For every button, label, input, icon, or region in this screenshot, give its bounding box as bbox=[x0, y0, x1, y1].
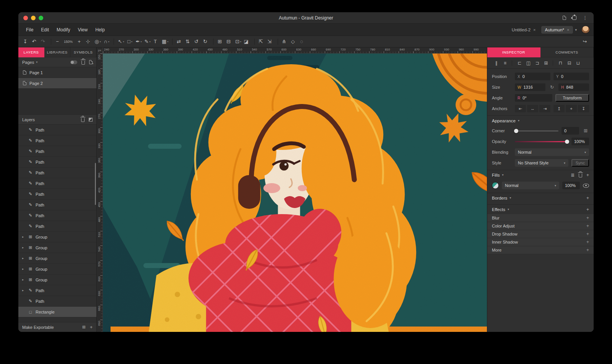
import-button[interactable]: ⇱ ▾ bbox=[257, 37, 266, 46]
add-export-icon[interactable]: + bbox=[90, 325, 93, 330]
layer-row-path-7[interactable]: ▸ ✎ Path bbox=[18, 189, 96, 200]
chevron-down-icon[interactable]: ▾ bbox=[123, 40, 124, 43]
menu-file[interactable]: File bbox=[22, 27, 37, 32]
transform-tool-button[interactable]: ◇ ▾ bbox=[290, 37, 298, 46]
undo-button[interactable]: ↶ ▾ bbox=[31, 37, 39, 46]
mask-button[interactable]: ◪ ▾ bbox=[243, 37, 251, 46]
user-avatar[interactable] bbox=[581, 26, 590, 34]
delete-layer-icon[interactable] bbox=[81, 118, 85, 122]
make-exportable-row[interactable]: Make Exportable ⊞ + bbox=[18, 322, 96, 332]
panel-tab-comments[interactable]: COMMENTS bbox=[540, 47, 594, 57]
add-effect-icon[interactable]: + bbox=[586, 223, 589, 229]
align-top-icon[interactable]: ⊓ bbox=[556, 59, 565, 67]
fill-color-swatch[interactable] bbox=[492, 182, 499, 189]
arrange-button[interactable]: ⊡ ▾ bbox=[234, 37, 243, 46]
marquee-tool-button[interactable]: ◌ ▾ bbox=[298, 37, 307, 46]
knife-tool-button[interactable]: ✎ ▾ bbox=[143, 37, 152, 46]
snap-tool-button[interactable]: ∩ ▾ bbox=[102, 37, 111, 46]
doc-tab-autumun[interactable]: Autumun* × bbox=[541, 26, 573, 34]
expand-layer-icon[interactable]: ▸ bbox=[22, 267, 25, 271]
chevron-down-icon[interactable]: ▾ bbox=[100, 40, 101, 43]
pages-visibility-toggle[interactable] bbox=[70, 60, 77, 64]
layer-row-group-2[interactable]: ▸ ⊞ Group bbox=[18, 242, 96, 253]
layer-row-path-10[interactable]: ▸ ✎ Path bbox=[18, 221, 96, 232]
chevron-down-icon[interactable]: ▾ bbox=[108, 40, 109, 43]
save-button[interactable]: ↧ ▾ bbox=[22, 37, 31, 46]
extensions-icon[interactable] bbox=[572, 16, 576, 20]
zoom-window-button[interactable] bbox=[39, 16, 43, 20]
opacity-slider[interactable] bbox=[515, 141, 568, 142]
more-menu-icon[interactable]: ⋮ bbox=[583, 15, 588, 21]
add-effect-icon[interactable]: + bbox=[586, 207, 589, 212]
flip-vertical-button[interactable]: ⇅ ▾ bbox=[184, 37, 193, 46]
effect-row-inner-shadow[interactable]: Inner Shadow + bbox=[487, 238, 594, 246]
pointer-tool-button[interactable]: ↖ ▾ bbox=[117, 37, 125, 46]
anchor-center-vertical-icon[interactable]: + bbox=[566, 105, 577, 112]
close-tab-icon[interactable]: × bbox=[533, 28, 536, 32]
shared-style-select[interactable]: No Shared Style ▾ bbox=[515, 159, 568, 167]
shape-tool-button[interactable]: □ ▾ bbox=[125, 37, 134, 46]
fill-visibility-eye-icon[interactable] bbox=[583, 183, 589, 188]
layer-row-path-9[interactable]: ▸ ✎ Path bbox=[18, 210, 96, 221]
add-fill-icon[interactable]: + bbox=[586, 172, 589, 178]
effect-row-blur[interactable]: Blur + bbox=[487, 214, 594, 222]
group-button[interactable]: ⊞ ▾ bbox=[216, 37, 225, 46]
width-field[interactable]: W 1316 bbox=[515, 83, 545, 91]
flip-horizontal-button[interactable]: ⇄ ▾ bbox=[175, 37, 184, 46]
panel-tab-symbols[interactable]: SYMBOLS bbox=[70, 47, 96, 57]
pen-tool-button[interactable]: ✒ ▾ bbox=[134, 37, 143, 46]
close-tab-icon[interactable]: × bbox=[567, 28, 569, 32]
expand-layer-icon[interactable]: ▸ bbox=[22, 289, 25, 292]
page-row-2[interactable]: Page 2 bbox=[18, 78, 96, 89]
export-button[interactable]: ⇲ ▾ bbox=[266, 37, 275, 46]
canvas-viewport[interactable] bbox=[103, 54, 487, 332]
new-document-icon[interactable] bbox=[563, 16, 566, 20]
appearance-header[interactable]: Appearance ▾ bbox=[487, 115, 594, 125]
add-border-icon[interactable]: + bbox=[586, 195, 589, 201]
layer-row-group-5[interactable]: ▸ ⊞ Group bbox=[18, 275, 96, 285]
effect-row-drop-shadow[interactable]: Drop Shadow + bbox=[487, 230, 594, 238]
fill-opacity-field[interactable]: 100% bbox=[562, 182, 580, 189]
height-field[interactable]: H 848 bbox=[558, 83, 589, 91]
menu-view[interactable]: View bbox=[74, 27, 91, 32]
menu-help[interactable]: Help bbox=[91, 27, 109, 32]
zoom-level-label[interactable]: 150% ▾ bbox=[63, 37, 76, 46]
tabs-overflow-chevron-icon[interactable]: ▾ bbox=[573, 28, 579, 32]
zoom-in-button[interactable]: + ▾ bbox=[76, 37, 85, 46]
panel-tab-libraries[interactable]: LIBRARIES bbox=[44, 47, 70, 57]
lock-ratio-icon[interactable]: ↻ bbox=[549, 84, 555, 90]
corner-value-field[interactable]: 0 bbox=[562, 127, 579, 135]
chevron-down-icon[interactable]: ▾ bbox=[140, 40, 142, 43]
redo-button[interactable]: ↷ ▾ bbox=[39, 37, 48, 46]
close-window-button[interactable] bbox=[23, 16, 28, 20]
chevron-down-icon[interactable]: ▾ bbox=[36, 60, 37, 64]
zoom-tool-button[interactable]: ◎ ▾ bbox=[93, 37, 102, 46]
fills-header[interactable]: Fills ▾ ≣ + bbox=[487, 170, 594, 180]
layer-row-path-3[interactable]: ▸ ✎ Path bbox=[18, 146, 96, 157]
minimize-window-button[interactable] bbox=[31, 16, 36, 20]
add-effect-icon[interactable]: + bbox=[586, 239, 589, 245]
sync-style-button[interactable]: Sync bbox=[571, 159, 589, 167]
delete-page-icon[interactable] bbox=[81, 61, 85, 65]
chevron-down-icon[interactable]: ▾ bbox=[167, 40, 168, 43]
chevron-down-icon[interactable]: ▾ bbox=[240, 40, 241, 43]
page-row-1[interactable]: Page 1 bbox=[18, 67, 96, 78]
panel-tab-layers[interactable]: LAYERS bbox=[18, 47, 44, 57]
effect-row-more[interactable]: More + bbox=[487, 246, 594, 254]
anchor-left-icon[interactable]: ⇤ bbox=[515, 105, 526, 112]
export-settings-icon[interactable]: ⊞ bbox=[82, 325, 86, 330]
fill-blend-select[interactable]: Normal ▾ bbox=[502, 182, 559, 189]
ungroup-button[interactable]: ⊟ ▾ bbox=[225, 37, 234, 46]
layer-row-path-2[interactable]: ▸ ✎ Path bbox=[18, 135, 96, 146]
align-left-icon[interactable]: ⊏ bbox=[515, 59, 524, 67]
borders-header[interactable]: Borders ▾ + bbox=[487, 193, 594, 203]
text-tool-button[interactable]: T ▾ bbox=[152, 37, 161, 46]
align-center-horizontal-icon[interactable]: ◫ bbox=[524, 59, 533, 67]
distribute-vertical-icon[interactable]: ≡ bbox=[501, 59, 509, 67]
anchor-top-icon[interactable]: ↥ bbox=[553, 105, 565, 112]
flatten-layer-icon[interactable] bbox=[89, 118, 93, 122]
delete-fill-icon[interactable] bbox=[579, 174, 582, 177]
layer-row-group-3[interactable]: ▸ ⊞ Group bbox=[18, 253, 96, 264]
rotate-ccw-button[interactable]: ↺ ▾ bbox=[193, 37, 202, 46]
align-middle-icon[interactable]: ⊟ bbox=[565, 59, 574, 67]
